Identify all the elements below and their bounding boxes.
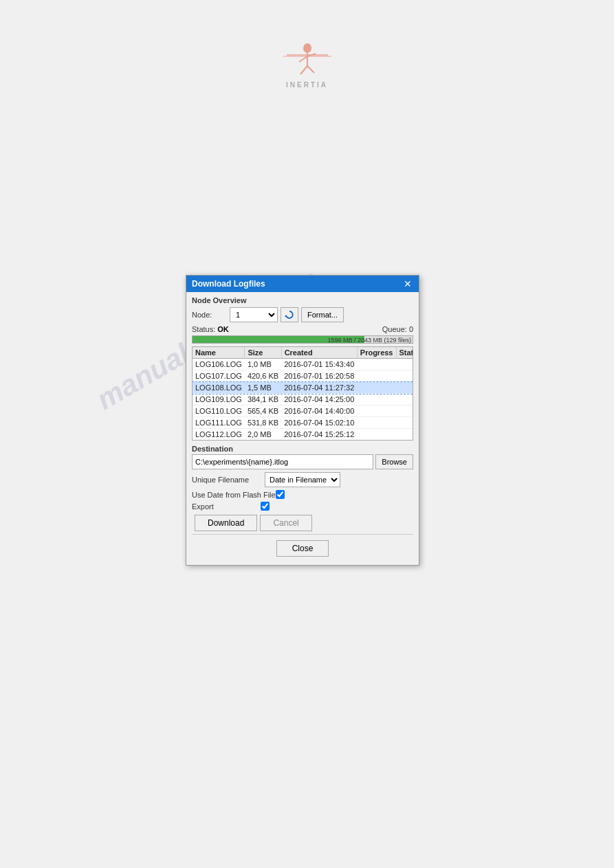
destination-row: Browse bbox=[192, 454, 413, 469]
table-row[interactable]: LOG107.LOG420,6 KB2016-07-01 16:20:58 bbox=[193, 370, 413, 382]
dialog-title: Download Logfiles bbox=[192, 279, 265, 289]
cell-created: 2016-07-01 16:20:58 bbox=[281, 370, 357, 382]
cell-status bbox=[396, 359, 413, 370]
date-in-filename-select[interactable]: Date in Filename No Date Prefix Date bbox=[265, 472, 340, 487]
svg-line-6 bbox=[300, 66, 307, 74]
cell-name: LOG109.LOG bbox=[193, 394, 245, 405]
cell-size: 1,5 MB bbox=[245, 382, 281, 394]
refresh-button[interactable] bbox=[281, 307, 298, 322]
logo-text: INERTIA bbox=[286, 81, 328, 89]
cell-name: LOG107.LOG bbox=[193, 370, 245, 382]
action-button-row: Download Cancel bbox=[192, 515, 413, 531]
col-status: Status bbox=[396, 347, 413, 359]
use-date-row: Use Date from Flash File bbox=[192, 490, 413, 499]
destination-section: Destination Browse bbox=[192, 445, 413, 469]
cell-status bbox=[396, 370, 413, 382]
download-button[interactable]: Download bbox=[195, 515, 257, 531]
cell-created: 2016-07-01 15:43:40 bbox=[281, 359, 357, 370]
table-row[interactable]: LOG109.LOG384,1 KB2016-07-04 14:25:00 bbox=[193, 394, 413, 405]
cell-size: 384,1 KB bbox=[245, 394, 281, 405]
queue-label: Queue: 0 bbox=[382, 325, 413, 333]
refresh-icon bbox=[285, 310, 294, 320]
cell-created: 2016-07-04 11:27:32 bbox=[281, 382, 357, 394]
col-progress: Progress bbox=[357, 347, 396, 359]
table-row[interactable]: LOG110.LOG565,4 KB2016-07-04 14:40:00 bbox=[193, 405, 413, 417]
unique-filename-label: Unique Filename bbox=[192, 476, 261, 484]
cell-progress bbox=[357, 359, 396, 370]
col-size: Size bbox=[245, 347, 281, 359]
export-label: Export bbox=[192, 502, 261, 511]
cell-name: LOG110.LOG bbox=[193, 405, 245, 417]
table-row[interactable]: LOG111.LOG531,8 KB2016-07-04 15:02:10 bbox=[193, 417, 413, 429]
destination-input[interactable] bbox=[192, 454, 373, 469]
cell-created: 2016-07-04 15:02:10 bbox=[281, 417, 357, 429]
cell-progress bbox=[357, 405, 396, 417]
cell-size: 531,8 KB bbox=[245, 417, 281, 429]
export-row: Export bbox=[192, 502, 413, 511]
cell-status bbox=[396, 394, 413, 405]
col-name: Name bbox=[193, 347, 245, 359]
status-value: OK bbox=[217, 325, 229, 333]
cell-name: LOG112.LOG bbox=[193, 429, 245, 441]
node-row: Node: 1 2 3 Format... bbox=[192, 307, 413, 322]
use-date-label: Use Date from Flash File bbox=[192, 491, 276, 499]
status-label: Status: OK bbox=[192, 325, 229, 333]
cell-progress bbox=[357, 417, 396, 429]
file-table-body: LOG106.LOG1,0 MB2016-07-01 15:43:40LOG10… bbox=[193, 359, 413, 441]
cell-status bbox=[396, 429, 413, 441]
progress-info-text: 1596 MB / 2043 MB (129 files) bbox=[327, 336, 411, 344]
cell-size: 420,6 KB bbox=[245, 370, 281, 382]
cell-status bbox=[396, 382, 413, 394]
svg-line-7 bbox=[307, 66, 314, 73]
cell-progress bbox=[357, 394, 396, 405]
cell-name: LOG111.LOG bbox=[193, 417, 245, 429]
col-created: Created bbox=[281, 347, 357, 359]
export-checkbox[interactable] bbox=[261, 502, 270, 511]
download-logfiles-dialog: Download Logfiles ✕ Node Overview Node: … bbox=[186, 275, 419, 566]
file-table: Name Size Created Progress Status LOG106… bbox=[193, 347, 413, 440]
cell-size: 2,0 MB bbox=[245, 429, 281, 441]
dialog-close-button[interactable]: ✕ bbox=[402, 279, 413, 289]
node-overview-label: Node Overview bbox=[192, 296, 413, 304]
status-row: Status: OK Queue: 0 bbox=[192, 325, 413, 333]
file-table-container: Name Size Created Progress Status LOG106… bbox=[192, 346, 413, 441]
divider bbox=[192, 534, 413, 535]
dialog-titlebar: Download Logfiles ✕ bbox=[186, 276, 419, 292]
cell-name: LOG108.LOG bbox=[193, 382, 245, 394]
logo-area: INERTIA bbox=[280, 41, 335, 89]
node-select[interactable]: 1 2 3 bbox=[230, 307, 278, 322]
table-row[interactable]: LOG108.LOG1,5 MB2016-07-04 11:27:32 bbox=[193, 382, 413, 394]
table-header-row: Name Size Created Progress Status bbox=[193, 347, 413, 359]
cell-size: 1,0 MB bbox=[245, 359, 281, 370]
node-label: Node: bbox=[192, 311, 230, 319]
cell-progress bbox=[357, 429, 396, 441]
close-button[interactable]: Close bbox=[276, 540, 329, 557]
svg-marker-8 bbox=[285, 315, 287, 317]
cell-created: 2016-07-04 14:40:00 bbox=[281, 405, 357, 417]
dialog-overlay: Download Logfiles ✕ Node Overview Node: … bbox=[186, 275, 419, 566]
cancel-button[interactable]: Cancel bbox=[260, 515, 311, 531]
page-background: INERTIA manualsbase.com Download Logfile… bbox=[0, 0, 614, 868]
table-row[interactable]: LOG112.LOG2,0 MB2016-07-04 15:25:12 bbox=[193, 429, 413, 441]
svg-point-2 bbox=[303, 43, 311, 53]
format-button[interactable]: Format... bbox=[301, 307, 344, 322]
cell-size: 565,4 KB bbox=[245, 405, 281, 417]
table-row[interactable]: LOG106.LOG1,0 MB2016-07-01 15:43:40 bbox=[193, 359, 413, 370]
cell-status bbox=[396, 405, 413, 417]
progress-bar-container: 1596 MB / 2043 MB (129 files) bbox=[192, 335, 413, 344]
queue-value: 0 bbox=[409, 325, 413, 333]
destination-label: Destination bbox=[192, 445, 413, 453]
inertia-logo-icon bbox=[280, 41, 335, 79]
cell-progress bbox=[357, 370, 396, 382]
dialog-body: Node Overview Node: 1 2 3 bbox=[186, 292, 419, 565]
file-table-wrapper[interactable]: Name Size Created Progress Status LOG106… bbox=[193, 347, 413, 440]
cell-created: 2016-07-04 15:25:12 bbox=[281, 429, 357, 441]
browse-button[interactable]: Browse bbox=[375, 454, 413, 469]
unique-filename-row: Unique Filename Date in Filename No Date… bbox=[192, 472, 413, 487]
svg-line-4 bbox=[299, 56, 307, 62]
cell-progress bbox=[357, 382, 396, 394]
cell-created: 2016-07-04 14:25:00 bbox=[281, 394, 357, 405]
cell-status bbox=[396, 417, 413, 429]
use-date-checkbox[interactable] bbox=[276, 490, 285, 499]
close-row: Close bbox=[192, 537, 413, 561]
